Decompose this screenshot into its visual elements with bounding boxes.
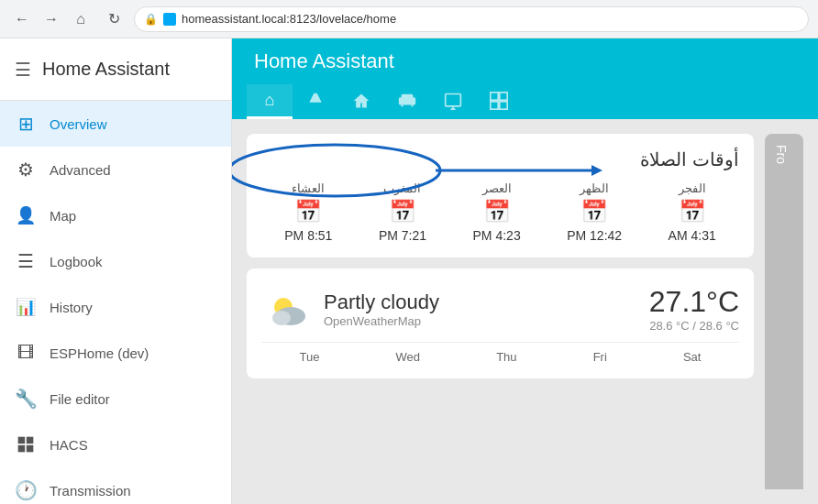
tab-person[interactable]: [293, 84, 338, 119]
tab-sofa[interactable]: [384, 84, 430, 119]
svg-rect-6: [491, 101, 498, 108]
sidebar-item-esphome[interactable]: 🎞 ESPHome (dev): [0, 330, 231, 376]
right-panel: Fro: [765, 134, 803, 489]
sidebar-label-history: History: [50, 300, 93, 315]
prayer-name-isha: العشاء: [292, 181, 325, 195]
refresh-button[interactable]: ↻: [101, 6, 127, 32]
prayer-time-maghrib: المغرب 📅 7:21 PM: [379, 181, 426, 243]
favicon: [163, 13, 176, 26]
app-layout: ☰ Home Assistant ⊞ Overview ⚙ Advanced 👤…: [0, 38, 818, 504]
sidebar-label-hacs: HACS: [50, 437, 88, 453]
prayer-icon-fajr: 📅: [679, 199, 706, 225]
sidebar-label-esphome: ESPHome (dev): [50, 345, 149, 361]
svg-rect-1: [27, 437, 34, 444]
svg-rect-2: [18, 445, 26, 453]
svg-rect-3: [27, 445, 34, 453]
prayer-time-dhuhr: الظهر 📅 12:42 PM: [567, 181, 622, 243]
weather-day-tue: Tue: [300, 350, 320, 364]
home-button[interactable]: ⌂: [68, 6, 94, 32]
sidebar-nav: ⊞ Overview ⚙ Advanced 👤 Map ☰ Logbook 📊 …: [0, 101, 231, 504]
sidebar-label-transmission: Transmission: [50, 483, 131, 499]
forward-button[interactable]: →: [39, 6, 64, 32]
sidebar-item-transmission[interactable]: 🕐 Transmission: [0, 467, 231, 504]
sidebar-label-overview: Overview: [50, 116, 107, 132]
url-text: homeassistant.local:8123/lovelace/home: [182, 12, 396, 26]
prayer-name-fajr: الفجر: [679, 181, 706, 195]
prayer-time-value-fajr: 4:31 AM: [669, 228, 716, 243]
weather-card: Partly cloudy OpenWeatherMap 27.1°C 28.6…: [247, 268, 754, 378]
sidebar-item-file-editor[interactable]: 🔧 File editor: [0, 376, 231, 422]
prayer-icon-asr: 📅: [483, 199, 511, 225]
prayer-time-value-asr: 4:23 PM: [473, 228, 521, 243]
weather-temp-block: 27.1°C 28.6 °C / 28.6 °C: [649, 285, 739, 333]
sidebar-item-history[interactable]: 📊 History: [0, 284, 231, 330]
sidebar-header: ☰ Home Assistant: [0, 38, 231, 101]
weather-condition: Partly cloudy: [324, 290, 638, 314]
sidebar-item-map[interactable]: 👤 Map: [0, 192, 231, 238]
prayer-time-value-dhuhr: 12:42 PM: [567, 228, 622, 243]
back-button[interactable]: ←: [9, 6, 35, 32]
weather-day-wed: Wed: [396, 350, 421, 364]
weather-icon: [261, 283, 313, 334]
history-icon: 📊: [15, 297, 37, 317]
lock-icon: 🔒: [144, 13, 158, 26]
sidebar-label-file-editor: File editor: [50, 391, 110, 407]
sidebar-label-logbook: Logbook: [50, 254, 103, 269]
main-content: Home Assistant ⌂: [232, 38, 818, 504]
transmission-icon: 🕐: [15, 479, 37, 501]
prayer-time-fajr: الفجر 📅 4:31 AM: [669, 181, 716, 243]
weather-info: Partly cloudy OpenWeatherMap: [324, 290, 638, 328]
prayer-icon-dhuhr: 📅: [580, 199, 608, 225]
sidebar-item-overview[interactable]: ⊞ Overview: [0, 101, 231, 147]
sidebar-item-advanced[interactable]: ⚙ Advanced: [0, 147, 231, 192]
weather-day-sat: Sat: [683, 350, 702, 364]
weather-day-fri: Fri: [593, 350, 607, 364]
weather-main: Partly cloudy OpenWeatherMap 27.1°C 28.6…: [261, 283, 739, 334]
logbook-icon: ☰: [15, 250, 37, 272]
address-bar[interactable]: 🔒 homeassistant.local:8123/lovelace/home: [134, 6, 809, 32]
tab-bar: ⌂: [232, 84, 818, 119]
weather-temperature: 27.1°C: [649, 285, 739, 319]
prayer-icon-isha: 📅: [294, 199, 322, 225]
prayer-card: أوقات الصلاة الفجر 📅 4:31 AM الظهر 📅 12:…: [247, 134, 754, 257]
weather-days-row: Tue Wed Thu Fri Sat: [261, 342, 739, 364]
prayer-time-value-maghrib: 7:21 PM: [379, 228, 426, 243]
advanced-icon: ⚙: [15, 159, 37, 181]
prayer-time-isha: العشاء 📅 8:51 PM: [284, 181, 332, 243]
overview-icon: ⊞: [15, 113, 37, 135]
sidebar-label-advanced: Advanced: [50, 162, 111, 178]
weather-day-thu: Thu: [496, 350, 516, 364]
tab-monitor[interactable]: [430, 84, 476, 119]
hamburger-icon[interactable]: ☰: [15, 59, 31, 81]
svg-point-13: [272, 311, 291, 325]
svg-rect-7: [500, 101, 507, 108]
esphome-icon: 🎞: [15, 344, 37, 363]
nav-buttons: ← → ⌂: [9, 6, 94, 32]
prayer-name-maghrib: المغرب: [383, 181, 421, 195]
top-bar: Home Assistant: [232, 38, 818, 84]
main-column: أوقات الصلاة الفجر 📅 4:31 AM الظهر 📅 12:…: [247, 134, 754, 489]
top-bar-title: Home Assistant: [247, 49, 803, 73]
prayer-time-value-isha: 8:51 PM: [284, 228, 332, 243]
hacs-icon: [15, 435, 37, 454]
prayer-card-title: أوقات الصلاة: [261, 148, 739, 170]
sidebar: ☰ Home Assistant ⊞ Overview ⚙ Advanced 👤…: [0, 38, 232, 504]
file-editor-icon: 🔧: [15, 388, 37, 410]
browser-chrome: ← → ⌂ ↻ 🔒 homeassistant.local:8123/lovel…: [0, 0, 818, 38]
weather-source: OpenWeatherMap: [324, 314, 638, 328]
tab-network[interactable]: [476, 84, 522, 119]
sidebar-title: Home Assistant: [42, 59, 170, 80]
content-area: أوقات الصلاة الفجر 📅 4:31 AM الظهر 📅 12:…: [232, 119, 818, 504]
tab-house[interactable]: [338, 84, 384, 119]
prayer-icon-maghrib: 📅: [389, 199, 416, 225]
sidebar-item-logbook[interactable]: ☰ Logbook: [0, 238, 231, 284]
sidebar-item-hacs[interactable]: HACS: [0, 422, 231, 467]
prayer-name-dhuhr: الظهر: [580, 181, 609, 195]
map-icon: 👤: [15, 205, 37, 225]
tab-home[interactable]: ⌂: [247, 84, 293, 119]
svg-rect-0: [18, 437, 26, 444]
partly-cloudy-svg: [263, 285, 311, 333]
prayer-times-row: الفجر 📅 4:31 AM الظهر 📅 12:42 PM العصر 📅: [261, 181, 739, 243]
sidebar-label-map: Map: [50, 208, 76, 224]
weather-minmax: 28.6 °C / 28.6 °C: [649, 319, 739, 333]
